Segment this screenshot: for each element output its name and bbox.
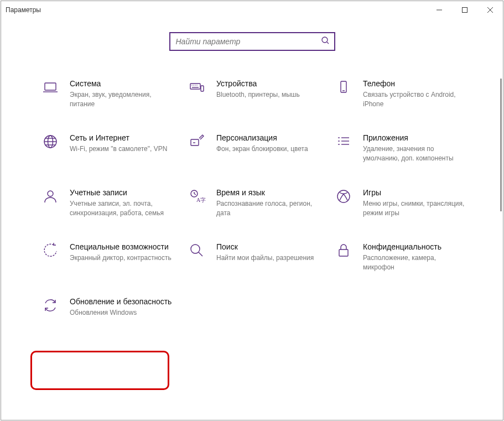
phone-icon xyxy=(334,79,353,97)
svg-point-4 xyxy=(322,37,328,43)
tile-desc: Распознавание голоса, регион, дата xyxy=(216,199,321,218)
tile-title: Система xyxy=(70,79,175,89)
laptop-icon xyxy=(41,79,60,97)
svg-line-5 xyxy=(327,42,329,44)
tile-accounts[interactable]: Учетные записи Учетные записи, эл. почта… xyxy=(41,188,188,217)
tile-title: Телефон xyxy=(363,79,468,89)
tile-update-security[interactable]: Обновление и безопасность Обновления Win… xyxy=(41,297,190,318)
search-box[interactable] xyxy=(169,32,335,51)
tile-time-language[interactable]: A字 Время и язык Распознавание голоса, ре… xyxy=(188,188,334,217)
svg-text:A字: A字 xyxy=(196,197,206,203)
time-language-icon: A字 xyxy=(188,188,206,206)
svg-line-33 xyxy=(194,194,196,195)
tile-desc: Фон, экран блокировки, цвета xyxy=(216,144,308,154)
settings-window: Параметры xyxy=(1,1,503,420)
search-input[interactable] xyxy=(175,37,321,46)
tile-desc: Меню игры, снимки, трансляция, режим игр… xyxy=(363,199,468,218)
xbox-icon xyxy=(334,188,353,206)
svg-rect-1 xyxy=(463,8,467,13)
person-icon xyxy=(41,188,60,206)
keyboard-icon xyxy=(188,79,206,97)
close-button[interactable] xyxy=(477,1,503,19)
accessibility-icon xyxy=(41,242,60,261)
tile-title: Игры xyxy=(363,188,468,198)
svg-rect-14 xyxy=(201,86,204,91)
minimize-button[interactable] xyxy=(427,1,452,19)
svg-line-37 xyxy=(199,252,202,256)
highlight-annotation xyxy=(30,351,169,390)
tile-desc: Экранный диктор, контрастность xyxy=(70,253,172,263)
tile-personalization[interactable]: Персонализация Фон, экран блокировки, цв… xyxy=(188,133,334,163)
tile-privacy[interactable]: Конфиденциальность Расположение, камера,… xyxy=(334,242,481,272)
svg-point-36 xyxy=(191,245,200,253)
tile-desc: Учетные записи, эл. почта, синхронизация… xyxy=(70,199,175,218)
tile-title: Время и язык xyxy=(216,188,321,198)
tile-desc: Wi-Fi, режим "в самолете", VPN xyxy=(70,144,167,154)
tile-desc: Найти мои файлы, разрешения xyxy=(216,253,314,263)
tile-title: Устройства xyxy=(216,79,300,89)
svg-rect-8 xyxy=(190,84,200,89)
tile-title: Сеть и Интернет xyxy=(70,133,167,143)
tile-desc: Обновления Windows xyxy=(70,308,172,318)
tile-gaming[interactable]: Игры Меню игры, снимки, трансляция, режи… xyxy=(334,188,481,217)
tile-ease-of-access[interactable]: Специальные возможности Экранный диктор,… xyxy=(41,242,188,272)
scrollbar-thumb[interactable] xyxy=(500,79,502,211)
tile-network[interactable]: Сеть и Интернет Wi-Fi, режим "в самолете… xyxy=(41,133,188,163)
tile-apps[interactable]: Приложения Удаление, значения по умолчан… xyxy=(334,133,481,163)
tile-desc: Удаление, значения по умолчанию, доп. ко… xyxy=(363,144,468,163)
tile-title: Обновление и безопасность xyxy=(70,297,172,307)
tile-search[interactable]: Поиск Найти мои файлы, разрешения xyxy=(188,242,334,272)
scrollbar[interactable] xyxy=(500,79,502,414)
sync-icon xyxy=(41,297,60,315)
apps-list-icon xyxy=(334,133,353,152)
svg-rect-6 xyxy=(45,83,56,90)
tile-desc: Экран, звук, уведомления, питание xyxy=(70,90,175,109)
svg-point-35 xyxy=(337,190,350,202)
globe-icon xyxy=(41,133,60,152)
search-icon xyxy=(321,36,330,47)
window-title: Параметры xyxy=(6,6,41,14)
svg-rect-38 xyxy=(339,250,348,256)
maximize-button[interactable] xyxy=(452,1,477,19)
svg-point-30 xyxy=(48,191,53,196)
tile-system[interactable]: Система Экран, звук, уведомления, питани… xyxy=(41,79,188,108)
tile-title: Учетные записи xyxy=(70,188,175,198)
tile-title: Специальные возможности xyxy=(70,242,172,252)
tile-desc: Bluetooth, принтеры, мышь xyxy=(216,90,300,100)
tile-devices[interactable]: Устройства Bluetooth, принтеры, мышь xyxy=(188,79,334,108)
titlebar: Параметры xyxy=(1,1,503,19)
content-area: Система Экран, звук, уведомления, питани… xyxy=(1,19,503,318)
window-controls xyxy=(427,1,503,19)
tile-desc: Связать устройство с Android, iPhone xyxy=(363,90,468,109)
tile-title: Приложения xyxy=(363,133,468,143)
paint-icon xyxy=(188,133,206,152)
tile-desc: Расположение, камера, микрофон xyxy=(363,253,468,272)
magnifier-icon xyxy=(188,242,206,261)
tile-title: Конфиденциальность xyxy=(363,242,468,252)
tile-title: Поиск xyxy=(216,242,314,252)
tile-title: Персонализация xyxy=(216,133,308,143)
lock-icon xyxy=(334,242,353,261)
tiles-grid: Система Экран, звук, уведомления, питани… xyxy=(1,79,503,318)
tile-phone[interactable]: Телефон Связать устройство с Android, iP… xyxy=(334,79,481,108)
